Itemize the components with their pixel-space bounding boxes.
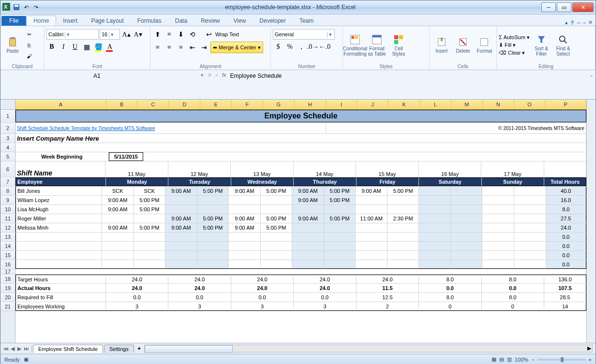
- cut-icon[interactable]: ✂: [24, 30, 34, 40]
- vertical-scrollbar[interactable]: [586, 100, 596, 343]
- shift-cell[interactable]: 5:00 PM: [324, 187, 356, 195]
- employee-name[interactable]: Melissa Minh: [15, 223, 102, 232]
- shift-cell[interactable]: [387, 205, 419, 214]
- shift-cell[interactable]: [482, 251, 514, 260]
- summary-label[interactable]: Required to Fill: [15, 293, 106, 302]
- tab-home[interactable]: Home: [26, 15, 56, 26]
- col-header[interactable]: C: [137, 100, 169, 109]
- summary-total[interactable]: 14: [544, 302, 586, 311]
- shift-cell[interactable]: 5:00 PM: [261, 187, 293, 195]
- summary-total[interactable]: 28.5: [544, 293, 586, 302]
- summary-total[interactable]: 136.0: [544, 275, 586, 283]
- shift-cell[interactable]: 11:00 AM: [356, 214, 387, 223]
- shift-cell[interactable]: [261, 233, 293, 241]
- shift-cell[interactable]: [387, 260, 419, 269]
- shift-cell[interactable]: [451, 187, 483, 195]
- row-header[interactable]: 17: [0, 269, 15, 275]
- shift-cell[interactable]: 9:00 AM: [229, 187, 261, 195]
- shift-cell[interactable]: SCK: [134, 187, 166, 195]
- shift-cell[interactable]: [356, 251, 387, 260]
- shift-cell[interactable]: [514, 242, 546, 250]
- shift-cell[interactable]: [165, 260, 197, 269]
- summary-value[interactable]: 24.0: [294, 284, 356, 292]
- copyright-cell[interactable]: © 2011-2015 Timesheets MTS Software: [326, 123, 586, 133]
- inc-decimal-icon[interactable]: .0→: [308, 42, 318, 52]
- summary-value[interactable]: 3: [106, 302, 168, 311]
- shift-cell[interactable]: 5:00 PM: [324, 196, 356, 204]
- align-middle-icon[interactable]: ≡: [164, 29, 175, 40]
- cell-styles-button[interactable]: Cell Styles: [388, 29, 409, 61]
- shift-cell[interactable]: [482, 205, 514, 214]
- date-header[interactable]: 17 May: [481, 161, 544, 177]
- shift-cell[interactable]: [324, 223, 356, 232]
- shift-cell[interactable]: [134, 214, 166, 223]
- name-box[interactable]: [92, 72, 201, 80]
- bold-button[interactable]: B: [46, 42, 57, 52]
- shift-cell[interactable]: [324, 242, 356, 250]
- summary-value[interactable]: 12.5: [357, 293, 419, 302]
- align-bottom-icon[interactable]: ⬇: [176, 29, 186, 40]
- total-hours[interactable]: 27.5: [546, 214, 586, 223]
- shift-cell[interactable]: SCK: [102, 187, 134, 195]
- shift-cell[interactable]: [261, 196, 293, 204]
- shift-cell[interactable]: [451, 242, 483, 250]
- shift-cell[interactable]: [482, 187, 514, 195]
- summary-label[interactable]: Actual Hours: [15, 284, 106, 292]
- macro-record-icon[interactable]: ▣: [24, 356, 29, 363]
- shift-cell[interactable]: [134, 260, 166, 269]
- percent-icon[interactable]: %: [284, 42, 295, 52]
- hdr-day[interactable]: Wednesday: [231, 177, 294, 186]
- close-button[interactable]: ✕: [572, 2, 594, 12]
- shift-cell[interactable]: [482, 242, 514, 250]
- total-hours[interactable]: 0.0: [546, 260, 586, 269]
- window-min-icon[interactable]: ─: [577, 20, 581, 26]
- shift-cell[interactable]: [102, 260, 134, 269]
- select-all-corner[interactable]: [0, 100, 15, 110]
- shift-cell[interactable]: [514, 196, 546, 204]
- row-header[interactable]: 14: [0, 242, 15, 251]
- spreadsheet-grid[interactable]: Employee ScheduleShift Schedule Schedule…: [15, 110, 586, 311]
- row-header[interactable]: 12: [0, 223, 15, 233]
- shift-cell[interactable]: [261, 205, 293, 214]
- hdr-day[interactable]: Sunday: [482, 177, 544, 186]
- shift-cell[interactable]: [292, 233, 324, 241]
- find-select-button[interactable]: Find & Select: [553, 29, 573, 61]
- col-header[interactable]: I: [326, 100, 358, 109]
- shift-cell[interactable]: [482, 233, 514, 241]
- shift-cell[interactable]: [451, 251, 483, 260]
- window-close-icon[interactable]: ✕: [588, 19, 593, 26]
- shift-cell[interactable]: [292, 260, 324, 269]
- shift-cell[interactable]: [324, 260, 356, 269]
- sheet-tab-active[interactable]: Employee Shift Schedule: [33, 345, 103, 353]
- shift-cell[interactable]: [165, 196, 197, 204]
- shift-cell[interactable]: 5:00 PM: [134, 196, 166, 204]
- sheet-nav-last-icon[interactable]: ⏭: [23, 346, 30, 352]
- row-header[interactable]: 1: [0, 110, 15, 123]
- help-icon[interactable]: ?: [571, 20, 574, 26]
- redo-icon[interactable]: ↷: [31, 3, 40, 12]
- italic-button[interactable]: I: [58, 42, 69, 52]
- shift-cell[interactable]: [387, 223, 419, 232]
- format-painter-icon[interactable]: 🖌: [24, 51, 34, 61]
- indent-dec-icon[interactable]: ⇤: [187, 42, 198, 53]
- tab-view[interactable]: View: [227, 16, 253, 26]
- shift-cell[interactable]: [419, 205, 451, 214]
- col-header[interactable]: K: [388, 100, 420, 109]
- underline-button[interactable]: U: [70, 42, 80, 52]
- shift-cell[interactable]: [229, 260, 261, 269]
- shift-cell[interactable]: [197, 205, 229, 214]
- shift-cell[interactable]: 9:00 AM: [102, 196, 134, 204]
- week-label[interactable]: Week Beginning: [15, 152, 109, 161]
- shift-cell[interactable]: [482, 260, 514, 269]
- insert-cells-button[interactable]: Insert: [432, 29, 451, 61]
- merge-center-button[interactable]: ⬌ Merge & Center ▾: [210, 42, 263, 53]
- summary-value[interactable]: 0.0: [106, 293, 168, 302]
- sheet-nav-next-icon[interactable]: ▶: [16, 346, 23, 352]
- shift-cell[interactable]: 9:00 AM: [165, 187, 197, 195]
- shift-cell[interactable]: [134, 242, 166, 250]
- summary-value[interactable]: 8.0: [419, 293, 481, 302]
- row-header[interactable]: 8: [0, 187, 15, 196]
- shift-cell[interactable]: [356, 242, 387, 250]
- company-name[interactable]: Insert Company Name Here: [15, 134, 586, 143]
- blank[interactable]: [15, 143, 586, 152]
